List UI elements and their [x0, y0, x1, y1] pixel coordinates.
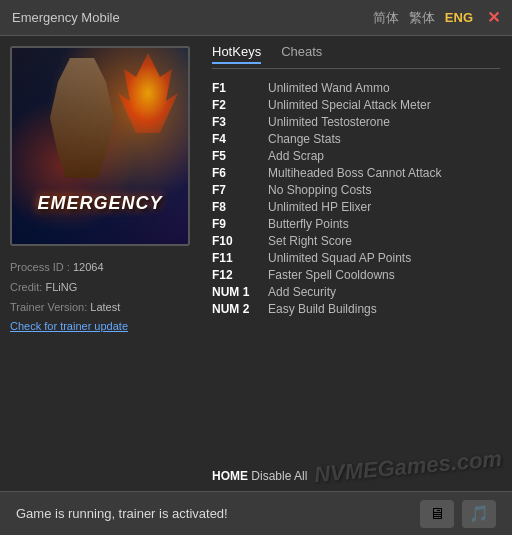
- hk-desc-11: Faster Spell Cooldowns: [268, 268, 395, 282]
- credit-label: Credit:: [10, 281, 42, 293]
- hk-desc-0: Unlimited Wand Ammo: [268, 81, 390, 95]
- hotkey-item: NUM 1Add Security: [212, 283, 500, 300]
- right-panel: HotKeys Cheats F1Unlimited Wand AmmoF2Un…: [200, 36, 512, 491]
- tabs: HotKeys Cheats: [212, 44, 500, 69]
- main-content: EMERGENCY Process ID : 12064 Credit: FLi…: [0, 36, 512, 491]
- hk-key-13: NUM 2: [212, 302, 260, 316]
- hotkey-item: F10Set Right Score: [212, 232, 500, 249]
- hk-key-10: F11: [212, 251, 260, 265]
- game-image: EMERGENCY: [10, 46, 190, 246]
- hk-desc-13: Easy Build Buildings: [268, 302, 377, 316]
- process-label: Process ID :: [10, 261, 73, 273]
- tab-hotkeys[interactable]: HotKeys: [212, 44, 261, 64]
- monitor-glyph: 🖥: [429, 505, 445, 523]
- hk-desc-6: No Shopping Costs: [268, 183, 371, 197]
- hk-desc-12: Add Security: [268, 285, 336, 299]
- hk-key-4: F5: [212, 149, 260, 163]
- hk-key-5: F6: [212, 166, 260, 180]
- app-title: Emergency Mobile: [12, 10, 120, 25]
- lang-zh-traditional[interactable]: 繁体: [409, 9, 435, 27]
- hotkey-item: F1Unlimited Wand Ammo: [212, 79, 500, 96]
- credit-row: Credit: FLiNG: [10, 278, 190, 298]
- version-label: Trainer Version:: [10, 301, 87, 313]
- hk-key-9: F10: [212, 234, 260, 248]
- hk-key-2: F3: [212, 115, 260, 129]
- game-logo: EMERGENCY: [37, 193, 162, 214]
- lang-group: 简体 繁体 ENG ✕: [373, 8, 500, 27]
- home-section: HOME Disable All: [212, 469, 500, 483]
- hk-desc-2: Unlimited Testosterone: [268, 115, 390, 129]
- bottom-bar: Game is running, trainer is activated! 🖥…: [0, 491, 512, 535]
- hotkey-item: F5Add Scrap: [212, 147, 500, 164]
- lang-zh-simplified[interactable]: 简体: [373, 9, 399, 27]
- music-glyph: 🎵: [469, 504, 489, 523]
- hk-desc-10: Unlimited Squad AP Points: [268, 251, 411, 265]
- credit-value: FLiNG: [42, 281, 77, 293]
- hotkeys-list: F1Unlimited Wand AmmoF2Unlimited Special…: [212, 79, 500, 459]
- hotkey-item: F9Butterfly Points: [212, 215, 500, 232]
- hk-key-0: F1: [212, 81, 260, 95]
- hk-key-11: F12: [212, 268, 260, 282]
- hotkey-item: F8Unlimited HP Elixer: [212, 198, 500, 215]
- close-button[interactable]: ✕: [487, 8, 500, 27]
- home-desc: Disable All: [251, 469, 307, 483]
- hk-desc-7: Unlimited HP Elixer: [268, 200, 371, 214]
- hotkey-item: F2Unlimited Special Attack Meter: [212, 96, 500, 113]
- music-icon[interactable]: 🎵: [462, 500, 496, 528]
- home-key: HOME: [212, 469, 248, 483]
- hk-desc-5: Multiheaded Boss Cannot Attack: [268, 166, 441, 180]
- hotkey-item: F3Unlimited Testosterone: [212, 113, 500, 130]
- hk-key-1: F2: [212, 98, 260, 112]
- info-panel: Process ID : 12064 Credit: FLiNG Trainer…: [10, 254, 190, 341]
- hk-desc-3: Change Stats: [268, 132, 341, 146]
- hotkey-item: F6Multiheaded Boss Cannot Attack: [212, 164, 500, 181]
- hotkey-item: F11Unlimited Squad AP Points: [212, 249, 500, 266]
- monitor-icon[interactable]: 🖥: [420, 500, 454, 528]
- hk-key-3: F4: [212, 132, 260, 146]
- hk-key-6: F7: [212, 183, 260, 197]
- version-row: Trainer Version: Latest: [10, 298, 190, 318]
- hk-key-8: F9: [212, 217, 260, 231]
- update-link[interactable]: Check for trainer update: [10, 317, 190, 337]
- bottom-icons: 🖥 🎵: [420, 500, 496, 528]
- tab-cheats[interactable]: Cheats: [281, 44, 322, 64]
- hk-desc-4: Add Scrap: [268, 149, 324, 163]
- version-value: Latest: [90, 301, 120, 313]
- title-bar: Emergency Mobile 简体 繁体 ENG ✕: [0, 0, 512, 36]
- left-panel: EMERGENCY Process ID : 12064 Credit: FLi…: [0, 36, 200, 491]
- hk-desc-9: Set Right Score: [268, 234, 352, 248]
- hotkey-item: F12Faster Spell Cooldowns: [212, 266, 500, 283]
- hotkey-item: F4Change Stats: [212, 130, 500, 147]
- hk-key-12: NUM 1: [212, 285, 260, 299]
- hk-key-7: F8: [212, 200, 260, 214]
- status-text: Game is running, trainer is activated!: [16, 506, 228, 521]
- process-value: 12064: [73, 261, 104, 273]
- lang-eng[interactable]: ENG: [445, 10, 473, 25]
- hk-desc-1: Unlimited Special Attack Meter: [268, 98, 431, 112]
- hotkey-item: F7No Shopping Costs: [212, 181, 500, 198]
- hotkey-item: NUM 2Easy Build Buildings: [212, 300, 500, 317]
- hk-desc-8: Butterfly Points: [268, 217, 349, 231]
- process-id-row: Process ID : 12064: [10, 258, 190, 278]
